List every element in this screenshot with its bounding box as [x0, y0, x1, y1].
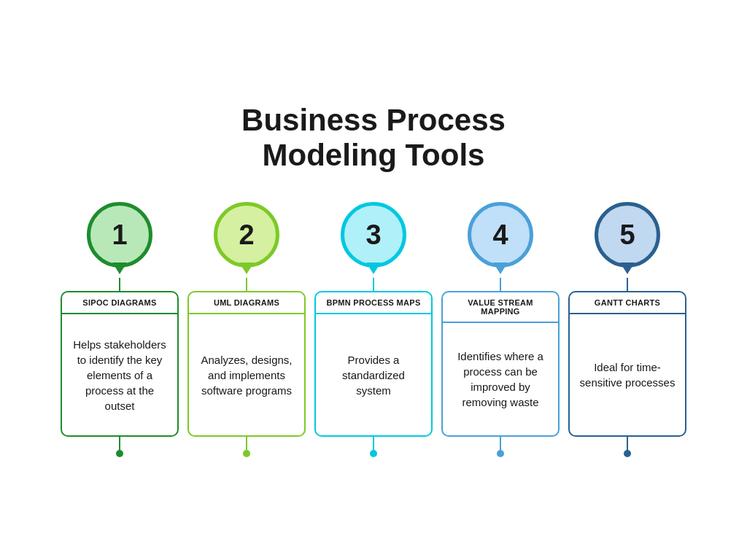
balloon-number-4: 4 — [492, 221, 508, 249]
connector-top-1 — [119, 278, 120, 291]
card-body-5: Ideal for time-sensitive processes — [570, 314, 685, 435]
card-header-1: SIPOC DIAGRAMS — [62, 292, 177, 314]
connector-top-3 — [373, 278, 374, 291]
item-col-1: 1SIPOC DIAGRAMSHelps stakeholders to ide… — [61, 202, 179, 457]
connector-top-2 — [246, 278, 247, 291]
dot-5 — [624, 450, 631, 457]
balloon-number-3: 3 — [365, 221, 381, 249]
connector-bottom-1 — [119, 437, 120, 450]
item-col-3: 3BPMN PROCESS MAPSProvides a standardize… — [314, 202, 433, 457]
connector-top-4 — [500, 278, 501, 291]
balloon-1: 1 — [87, 202, 152, 268]
balloon-number-5: 5 — [619, 221, 635, 249]
card-3: BPMN PROCESS MAPSProvides a standardized… — [314, 291, 433, 437]
item-col-2: 2UML DIAGRAMSAnalyzes, designs, and impl… — [187, 202, 306, 457]
balloon-2: 2 — [214, 202, 279, 268]
card-header-3: BPMN PROCESS MAPS — [316, 292, 431, 314]
dot-3 — [370, 450, 377, 457]
diagram: 1SIPOC DIAGRAMSHelps stakeholders to ide… — [61, 202, 686, 457]
item-col-4: 4VALUE STREAM MAPPINGIdentifies where a … — [441, 202, 560, 457]
connector-bottom-5 — [627, 437, 628, 450]
balloon-3: 3 — [341, 202, 406, 268]
balloon-4: 4 — [468, 202, 533, 268]
card-header-2: UML DIAGRAMS — [189, 292, 304, 314]
card-body-4: Identifies where a process can be improv… — [443, 323, 558, 435]
card-header-4: VALUE STREAM MAPPING — [443, 292, 558, 323]
dot-2 — [243, 450, 250, 457]
card-body-2: Analyzes, designs, and implements softwa… — [189, 314, 304, 435]
connector-bottom-2 — [246, 437, 247, 450]
card-header-5: GANTT CHARTS — [570, 292, 685, 314]
connector-bottom-3 — [373, 437, 374, 450]
balloon-5: 5 — [595, 202, 660, 268]
card-body-3: Provides a standardized system — [316, 314, 431, 435]
card-2: UML DIAGRAMSAnalyzes, designs, and imple… — [187, 291, 306, 437]
item-col-5: 5GANTT CHARTSIdeal for time-sensitive pr… — [568, 202, 686, 457]
balloon-number-2: 2 — [239, 221, 254, 249]
card-body-1: Helps stakeholders to identify the key e… — [62, 314, 177, 435]
page-title: Business Process Modeling Tools — [241, 103, 506, 174]
connector-top-5 — [627, 278, 628, 291]
dot-4 — [497, 450, 504, 457]
connector-bottom-4 — [500, 437, 501, 450]
card-4: VALUE STREAM MAPPINGIdentifies where a p… — [441, 291, 560, 437]
card-5: GANTT CHARTSIdeal for time-sensitive pro… — [568, 291, 686, 437]
dot-1 — [116, 450, 123, 457]
card-1: SIPOC DIAGRAMSHelps stakeholders to iden… — [61, 291, 179, 437]
balloon-number-1: 1 — [112, 221, 127, 249]
